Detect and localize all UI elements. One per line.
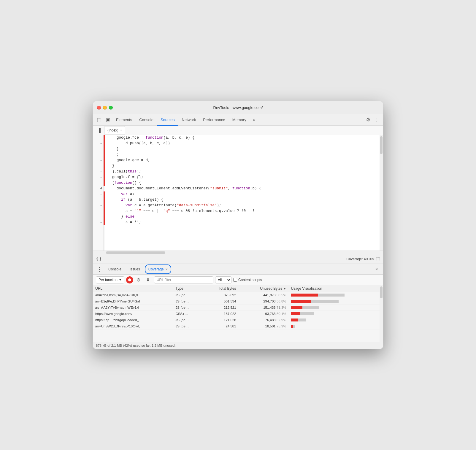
col-header-url[interactable]: URL (93, 285, 173, 292)
tab-issues[interactable]: Issues (126, 264, 144, 274)
sidebar-toggle-icon[interactable]: ▐ (95, 126, 103, 134)
table-row[interactable]: /rs=AA2YrTvBynad-nWEy1xl JS (pe… 212,521… (93, 305, 383, 311)
url-filter-input[interactable] (154, 276, 213, 283)
source-bar: ▐ (index) × (93, 126, 383, 135)
col-header-type[interactable]: Type (173, 285, 203, 292)
window-title: DevTools - www.google.com/ (213, 105, 263, 110)
tab-sources[interactable]: Sources (157, 115, 178, 126)
code-content[interactable]: google.fce = function(a, b, c, e) { d.pu… (105, 135, 380, 251)
tab-memory[interactable]: Memory (229, 115, 250, 126)
vertical-scrollbar[interactable] (380, 135, 383, 251)
tab-console[interactable]: Console (136, 115, 157, 126)
code-line-5: google.qce = d; (108, 158, 377, 163)
gutter-line-9: – (94, 180, 102, 186)
col-header-total[interactable]: Total Bytes (202, 285, 238, 292)
gutter-line-1: – (94, 135, 102, 141)
cell-url: https://www.google.com/ (93, 311, 173, 317)
code-line-6: } (108, 163, 377, 169)
table-row[interactable]: https://www.google.com/ CSS+… 187,022 93… (93, 311, 383, 317)
tab-console-bottom[interactable]: Console (105, 264, 125, 274)
clear-button[interactable]: ⊘ (135, 276, 142, 283)
minimize-button[interactable] (103, 106, 107, 110)
col-header-viz[interactable]: Usage Visualization (289, 285, 383, 292)
panel-close-button[interactable]: × (372, 265, 381, 273)
settings-icon[interactable]: ⚙ (364, 115, 372, 124)
traffic-lights (97, 106, 113, 110)
close-button[interactable] (97, 106, 101, 110)
cell-unused: 76,488 62.9% (239, 317, 289, 323)
more-tabs-button[interactable]: » (250, 115, 258, 124)
h-scrollbar-thumb[interactable] (106, 251, 165, 254)
more-options-button[interactable]: ⋮ (95, 265, 104, 273)
cell-unused: 151,436 71.3% (239, 305, 289, 311)
content-scripts-label: Content scripts (238, 278, 262, 282)
download-button[interactable]: ⬇ (144, 276, 152, 284)
tab-elements[interactable]: Elements (112, 115, 136, 126)
cell-total: 121,628 (202, 317, 238, 323)
screenshot-icon[interactable]: ⬚ (376, 256, 380, 262)
cell-unused: 93,763 50.1% (239, 311, 289, 317)
cell-viz (289, 305, 383, 311)
cell-viz (289, 298, 383, 305)
gutter-line-3: – (94, 146, 102, 152)
status-text: 878 kB of 2.1 MB (42%) used so far, 1.2 … (96, 344, 175, 347)
device-icon[interactable]: ▣ (104, 115, 112, 124)
code-line-15: } else (108, 214, 377, 220)
table-header-row: URL Type Total Bytes Unused Bytes ▼ Usag… (93, 285, 383, 292)
table-row[interactable]: /m=B2qlPe,DhPYme,GU4Gal JS (pe… 501,534 … (93, 298, 383, 305)
coverage-tab-close[interactable]: × (166, 267, 168, 271)
cell-viz (289, 317, 383, 323)
table-row[interactable]: https://ap…/cb=gapi.loaded_ JS (pe… 121,… (93, 317, 383, 323)
coverage-header-left: {} (96, 256, 101, 262)
gutter-line-11: – (94, 191, 102, 197)
source-tab-label: (index) (107, 128, 118, 132)
title-bar: DevTools - www.google.com/ (93, 101, 383, 114)
table-row[interactable]: /m=cdos,hsm,jsa,mb4ZUb,d JS (pe… 875,692… (93, 292, 383, 298)
usage-bar (291, 312, 345, 316)
per-function-label: Per function (99, 278, 118, 282)
record-button[interactable] (126, 276, 133, 283)
type-select[interactable]: All CSS JS (215, 276, 231, 283)
cell-total: 187,022 (202, 311, 238, 317)
gutter-line-6: – (94, 163, 102, 169)
col-header-unused[interactable]: Unused Bytes ▼ (239, 285, 289, 292)
bottom-tab-bar: ⋮ Console Issues Coverage × × (93, 264, 383, 275)
content-scripts-checkbox[interactable] (233, 278, 237, 282)
cell-url: https://ap…/cb=gapi.loaded_ (93, 317, 173, 323)
cell-viz (289, 323, 383, 329)
per-function-button[interactable]: Per function ▼ (96, 276, 124, 283)
tab-performance[interactable]: Performance (199, 115, 229, 126)
table-scrollbar-thumb[interactable] (380, 286, 383, 298)
table-row[interactable]: /m=CnSW2d,DPreE,P10Owf, JS (pe… 24,381 1… (93, 323, 383, 329)
source-tab-close[interactable]: × (120, 129, 122, 132)
code-line-12: if (a = b.target) { (108, 197, 377, 203)
cursor-icon[interactable]: ⬚ (95, 115, 104, 124)
source-tab-index[interactable]: (index) × (104, 126, 125, 134)
usage-bar (291, 318, 345, 322)
tab-coverage[interactable]: Coverage × (145, 264, 171, 274)
usage-bar (291, 299, 345, 303)
cell-viz (289, 311, 383, 317)
cell-unused: 294,703 58.8% (239, 298, 289, 305)
horizontal-scrollbar[interactable] (93, 251, 383, 254)
gutter-line-12: – (94, 197, 102, 203)
type-filter: All CSS JS (215, 276, 231, 283)
cell-type: JS (pe… (173, 305, 203, 311)
used-bar (291, 300, 311, 303)
table-scrollbar[interactable] (380, 285, 383, 342)
cell-type: JS (pe… (173, 298, 203, 305)
code-line-9: (function() { (108, 180, 377, 186)
cell-viz (289, 292, 383, 298)
code-line-11: var a; (108, 191, 377, 197)
gutter-line-8: – (94, 175, 102, 180)
chevron-down-icon: ▼ (119, 278, 122, 281)
gutter-line-4: – (94, 152, 102, 158)
more-options-icon[interactable]: ⋮ (372, 115, 381, 124)
scrollbar-thumb[interactable] (380, 136, 383, 154)
usage-bar (291, 324, 345, 328)
maximize-button[interactable] (109, 106, 113, 110)
cell-url: /m=B2qlPe,DhPYme,GU4Gal (93, 298, 173, 305)
tab-network[interactable]: Network (178, 115, 200, 126)
cell-total: 501,534 (202, 298, 238, 305)
used-bar (291, 312, 300, 315)
